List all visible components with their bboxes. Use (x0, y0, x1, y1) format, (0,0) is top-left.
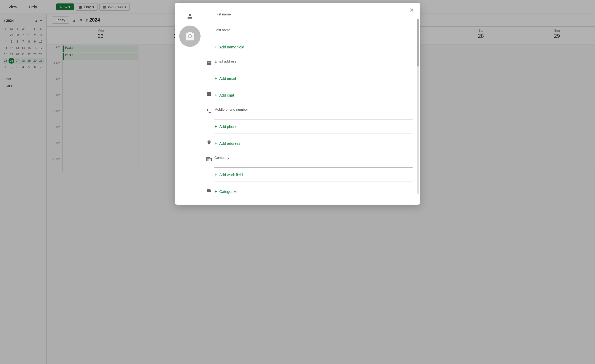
chat-section-content: + Add chat (214, 90, 413, 99)
address-section-content: + Add address (214, 138, 413, 147)
categorize-section: + Categorize (204, 186, 413, 195)
categorize-plus-icon: + (214, 189, 217, 194)
address-icon (206, 140, 212, 147)
add-address-plus-icon: + (214, 141, 217, 146)
add-email-plus-icon: + (214, 76, 217, 81)
email-icon (206, 60, 212, 67)
add-address-button[interactable]: + Add address (214, 140, 240, 147)
add-name-field-button[interactable]: + Add name field (214, 44, 244, 51)
add-address-label: Add address (219, 141, 241, 146)
company-section: Company + Add work field (204, 155, 413, 178)
company-section-content: Company + Add work field (214, 155, 413, 178)
email-section-content: Email address + Add email (214, 58, 413, 82)
categorize-section-content: + Categorize (214, 186, 413, 195)
chat-icon (206, 92, 212, 98)
address-section: + Add address (204, 138, 413, 147)
modal-body: First name Last name + Add name field (175, 3, 420, 205)
company-label: Company (214, 156, 413, 160)
close-icon: ✕ (409, 7, 414, 13)
phone-input[interactable] (214, 112, 413, 119)
last-name-label: Last name (214, 28, 413, 32)
company-icon-col (204, 155, 214, 163)
name-section-content: First name Last name + Add name field (214, 11, 413, 51)
add-work-field-button[interactable]: + Add work field (214, 171, 243, 178)
add-phone-label: Add phone (219, 125, 238, 129)
add-phone-plus-icon: + (214, 124, 217, 129)
categorize-label: Categorize (219, 189, 238, 194)
phone-label: Mobile phone number (214, 107, 413, 111)
person-icon[interactable] (187, 13, 193, 21)
new-contact-modal: ✕ Fi (175, 3, 420, 205)
company-icon (206, 157, 212, 163)
name-section: First name Last name + Add name field (204, 11, 413, 51)
name-section-icon-col (204, 11, 214, 13)
tag-icon (206, 188, 212, 195)
phone-icon (206, 109, 212, 115)
categorize-button[interactable]: + Categorize (214, 188, 237, 195)
add-email-label: Add email (219, 76, 236, 81)
add-chat-label: Add chat (219, 93, 234, 97)
add-email-button[interactable]: + Add email (214, 75, 236, 82)
email-icon-col (204, 58, 214, 67)
add-work-field-label: Add work field (219, 173, 243, 177)
email-section: Email address + Add email (204, 58, 413, 82)
company-input[interactable] (214, 160, 413, 168)
modal-scrollbar-thumb (417, 19, 419, 67)
first-name-label: First name (214, 12, 413, 16)
address-icon-col (204, 138, 214, 147)
add-work-plus-icon: + (214, 172, 217, 177)
modal-scrollbar[interactable] (417, 19, 419, 194)
close-button[interactable]: ✕ (407, 6, 416, 14)
last-name-input[interactable] (214, 32, 413, 40)
chat-section: + Add chat (204, 90, 413, 99)
phone-section: Mobile phone number + Add phone (204, 106, 413, 130)
add-name-plus-icon: + (214, 45, 217, 49)
modal-left-column (182, 11, 197, 197)
modal-form: First name Last name + Add name field (204, 11, 413, 197)
add-chat-button[interactable]: + Add chat (214, 92, 234, 99)
phone-icon-col (204, 106, 214, 115)
first-name-input[interactable] (214, 17, 413, 24)
avatar-photo-button[interactable] (179, 26, 201, 47)
email-label: Email address (214, 59, 413, 63)
add-name-field-label: Add name field (219, 45, 244, 49)
phone-section-content: Mobile phone number + Add phone (214, 106, 413, 130)
add-phone-button[interactable]: + Add phone (214, 123, 237, 130)
categorize-icon-col (204, 186, 214, 195)
chat-icon-col (204, 90, 214, 98)
add-chat-plus-icon: + (214, 93, 217, 98)
email-input[interactable] (214, 64, 413, 71)
